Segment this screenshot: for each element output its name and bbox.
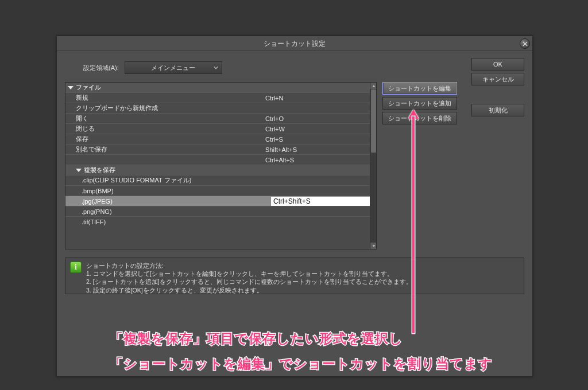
disclosure-down-icon [68,86,74,89]
scroll-up-icon[interactable] [370,83,377,89]
settings-area-value: メインメニュー [151,64,195,72]
tree-group-file[interactable]: ファイル [65,83,370,93]
tree-item[interactable]: 別名で保存Shift+Alt+S [65,145,370,155]
tree-item[interactable]: クリップボードから新規作成 [65,103,370,114]
info-icon: i [70,262,82,273]
tree-item[interactable]: 閉じるCtrl+W [65,124,370,134]
shortcut-edit-input[interactable] [271,197,370,206]
tree-item-jpg-selected[interactable]: .jpg(JPEG) [65,196,370,206]
tree-scrollbar[interactable] [370,83,376,249]
titlebar: ショートカット設定 [57,36,532,51]
info-text: ショートカットの設定方法: 1. コマンドを選択して[ショートカットを編集]をク… [86,262,412,290]
tree-item[interactable]: .bmp(BMP) [65,186,370,196]
tree-item[interactable]: .tif(TIFF) [65,217,370,227]
settings-area-row: 設定領域(A): メインメニュー [65,58,524,82]
shortcut-action-column: ショートカットを編集 ショートカットを追加 ショートカットを削除 [382,82,457,249]
disclosure-down-icon [76,169,82,172]
dialog-title: ショートカット設定 [264,40,326,48]
scroll-down-icon[interactable] [370,243,377,249]
add-shortcut-button[interactable]: ショートカットを追加 [382,97,457,110]
delete-shortcut-button[interactable]: ショートカットを削除 [382,112,457,124]
tree-item[interactable]: .clip(CLIP STUDIO FORMAT ファイル) [65,176,370,186]
tree-item[interactable]: .png(PNG) [65,206,370,217]
settings-area-select[interactable]: メインメニュー [125,61,222,74]
tree-group-duplicate-save[interactable]: 複製を保存 [65,165,370,176]
cancel-button[interactable]: キャンセル [471,73,524,85]
tree-item[interactable]: 新規Ctrl+N [65,93,370,103]
info-panel: i ショートカットの設定方法: 1. コマンドを選択して[ショートカットを編集]… [65,258,524,294]
command-tree[interactable]: ファイル 新規Ctrl+N クリップボードから新規作成 開くCtrl+O 閉じる… [65,82,377,249]
main-columns: ファイル 新規Ctrl+N クリップボードから新規作成 開くCtrl+O 閉じる… [65,82,524,249]
tree-item[interactable]: 保存Ctrl+S [65,134,370,145]
annotation-line-1: 「複製を保存」項目で保存したい形式を選択し [110,330,403,348]
dialog-body: OK キャンセル 初期化 設定領域(A): メインメニュー ファイ [57,51,532,376]
chevron-down-icon [214,64,218,71]
close-icon[interactable] [520,38,530,49]
tree-item[interactable]: 開くCtrl+O [65,114,370,124]
edit-shortcut-button[interactable]: ショートカットを編集 [382,82,457,95]
annotation-line-2: 「ショートカットを編集」でショートカットを割り当てます [110,355,493,373]
ok-button[interactable]: OK [471,58,524,71]
initialize-button[interactable]: 初期化 [471,104,524,116]
scroll-thumb[interactable] [371,89,376,153]
settings-area-label: 設定領域(A): [83,64,119,72]
shortcut-settings-dialog: ショートカット設定 OK キャンセル 初期化 設定領域(A): メインメニュー [56,36,533,377]
tree-item[interactable]: Ctrl+Alt+S [65,155,370,165]
dialog-right-buttons: OK キャンセル 初期化 [471,58,524,116]
